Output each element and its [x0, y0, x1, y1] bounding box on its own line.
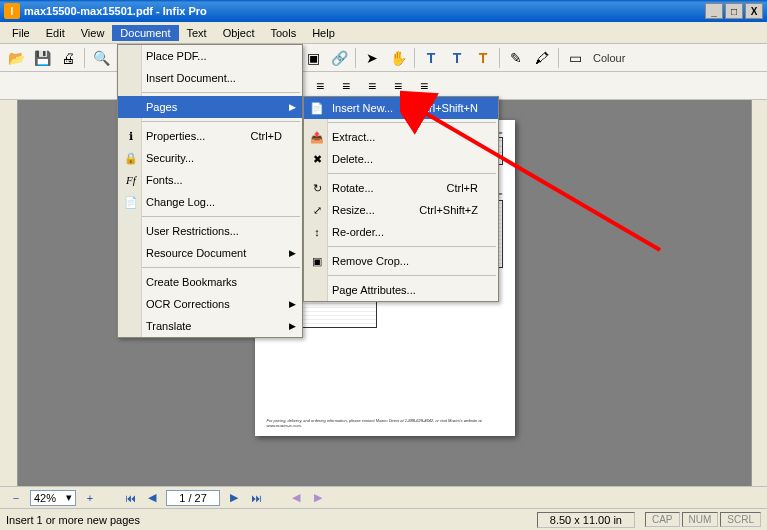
colour-swatch[interactable]: ▭ — [565, 48, 585, 68]
app-icon: I — [4, 3, 20, 19]
window-title: max15500-max15501.pdf - Infix Pro — [24, 5, 705, 17]
align-justify-icon[interactable]: ≡ — [388, 76, 408, 96]
menu-separator — [120, 216, 300, 217]
save-icon[interactable]: 💾 — [32, 48, 52, 68]
titlebar: I max15500-max15501.pdf - Infix Pro _ □ … — [0, 0, 767, 22]
menu-page-attributes[interactable]: Page Attributes... — [304, 279, 498, 301]
first-page-button[interactable]: ⏮ — [122, 490, 138, 506]
menu-view[interactable]: View — [73, 25, 113, 41]
menu-help[interactable]: Help — [304, 25, 343, 41]
menu-edit[interactable]: Edit — [38, 25, 73, 41]
menu-insert-new[interactable]: 📄Insert New...Ctrl+Shift+N — [304, 97, 498, 119]
status-message: Insert 1 or more new pages — [6, 514, 537, 526]
align-justify2-icon[interactable]: ≡ — [414, 76, 434, 96]
print-icon[interactable]: 🖨 — [58, 48, 78, 68]
num-indicator: NUM — [682, 512, 719, 527]
align-left-icon[interactable]: ≡ — [310, 76, 330, 96]
vertical-ruler — [0, 100, 18, 486]
open-icon[interactable]: 📂 — [6, 48, 26, 68]
menu-resource-document[interactable]: Resource Document▶ — [118, 242, 302, 264]
resize-icon: ⤢ — [308, 204, 326, 217]
align-center-icon[interactable]: ≡ — [336, 76, 356, 96]
submenu-arrow-icon: ▶ — [289, 248, 296, 258]
colour-label: Colour — [593, 52, 625, 64]
menu-properties[interactable]: ℹProperties...Ctrl+D — [118, 125, 302, 147]
scrl-indicator: SCRL — [720, 512, 761, 527]
align-right-icon[interactable]: ≡ — [362, 76, 382, 96]
submenu-arrow-icon: ▶ — [289, 102, 296, 112]
menu-ocr-corrections[interactable]: OCR Corrections▶ — [118, 293, 302, 315]
menu-separator — [306, 173, 496, 174]
menu-separator — [306, 275, 496, 276]
highlighter-icon[interactable]: 🖍 — [532, 48, 552, 68]
rotate-icon: ↻ — [308, 182, 326, 195]
separator — [558, 48, 559, 68]
menu-document[interactable]: Document — [112, 25, 178, 41]
page-number-input[interactable]: 1 / 27 — [166, 490, 220, 506]
menu-tools[interactable]: Tools — [262, 25, 304, 41]
menu-rotate[interactable]: ↻Rotate...Ctrl+R — [304, 177, 498, 199]
prev-page-button[interactable]: ◀ — [144, 490, 160, 506]
font-icon: Ff — [122, 174, 140, 186]
maximize-button[interactable]: □ — [725, 3, 743, 19]
delete-icon: ✖ — [308, 153, 326, 166]
zoom-in-button[interactable]: + — [82, 490, 98, 506]
text-plus-tool-icon[interactable]: T — [447, 48, 467, 68]
menu-resize[interactable]: ⤢Resize...Ctrl+Shift+Z — [304, 199, 498, 221]
close-button[interactable]: X — [745, 3, 763, 19]
submenu-arrow-icon: ▶ — [289, 321, 296, 331]
zoom-out-button[interactable]: − — [8, 490, 24, 506]
menu-delete[interactable]: ✖Delete... — [304, 148, 498, 170]
link-icon[interactable]: 🔗 — [329, 48, 349, 68]
menu-pages[interactable]: Pages▶ — [118, 96, 302, 118]
submenu-arrow-icon: ▶ — [289, 299, 296, 309]
menu-place-pdf[interactable]: Place PDF... — [118, 45, 302, 67]
menu-security[interactable]: 🔒Security... — [118, 147, 302, 169]
toolbar-main: 📂 💾 🖨 🔍 ▣ 🔗 ➤ ✋ T T T ✎ 🖍 ▭ Colour — [0, 44, 767, 72]
separator — [414, 48, 415, 68]
reorder-icon: ↕ — [308, 226, 326, 238]
document-menu-dropdown: Place PDF... Insert Document... Pages▶ ℹ… — [117, 44, 303, 338]
menu-separator — [120, 267, 300, 268]
menu-change-log[interactable]: 📄Change Log... — [118, 191, 302, 213]
menubar: File Edit View Document Text Object Tool… — [0, 22, 767, 44]
statusbar: Insert 1 or more new pages 8.50 x 11.00 … — [0, 508, 767, 530]
menu-separator — [120, 121, 300, 122]
next-page-button[interactable]: ▶ — [226, 490, 242, 506]
menu-extract[interactable]: 📤Extract... — [304, 126, 498, 148]
separator — [499, 48, 500, 68]
menu-fonts[interactable]: FfFonts... — [118, 169, 302, 191]
menu-insert-document[interactable]: Insert Document... — [118, 67, 302, 89]
search-icon[interactable]: 🔍 — [91, 48, 111, 68]
menu-text[interactable]: Text — [179, 25, 215, 41]
page-dimensions: 8.50 x 11.00 in — [537, 512, 635, 528]
text-tool-icon[interactable]: T — [421, 48, 441, 68]
pointer-icon[interactable]: ➤ — [362, 48, 382, 68]
history-back-button[interactable]: ◀ — [288, 490, 304, 506]
menu-separator — [306, 122, 496, 123]
window-controls: _ □ X — [705, 3, 763, 19]
menu-remove-crop[interactable]: ▣Remove Crop... — [304, 250, 498, 272]
menu-file[interactable]: File — [4, 25, 38, 41]
separator — [84, 48, 85, 68]
menu-user-restrictions[interactable]: User Restrictions... — [118, 220, 302, 242]
pages-submenu-dropdown: 📄Insert New...Ctrl+Shift+N 📤Extract... ✖… — [303, 96, 499, 302]
crop-icon[interactable]: ▣ — [303, 48, 323, 68]
zoom-level-input[interactable]: 42%▾ — [30, 490, 76, 506]
eyedropper-icon[interactable]: ✎ — [506, 48, 526, 68]
menu-translate[interactable]: Translate▶ — [118, 315, 302, 337]
page-footer-text: For pricing, delivery, and ordering info… — [267, 418, 503, 428]
menu-object[interactable]: Object — [215, 25, 263, 41]
text-alt-tool-icon[interactable]: T — [473, 48, 493, 68]
minimize-button[interactable]: _ — [705, 3, 723, 19]
history-forward-button[interactable]: ▶ — [310, 490, 326, 506]
vertical-scrollbar[interactable] — [751, 100, 767, 486]
menu-create-bookmarks[interactable]: Create Bookmarks — [118, 271, 302, 293]
hand-icon[interactable]: ✋ — [388, 48, 408, 68]
menu-reorder[interactable]: ↕Re-order... — [304, 221, 498, 243]
caps-indicator: CAP — [645, 512, 680, 527]
crop-remove-icon: ▣ — [308, 255, 326, 268]
bottom-nav-bar: − 42%▾ + ⏮ ◀ 1 / 27 ▶ ⏭ ◀ ▶ — [0, 486, 767, 508]
last-page-button[interactable]: ⏭ — [248, 490, 264, 506]
menu-separator — [120, 92, 300, 93]
